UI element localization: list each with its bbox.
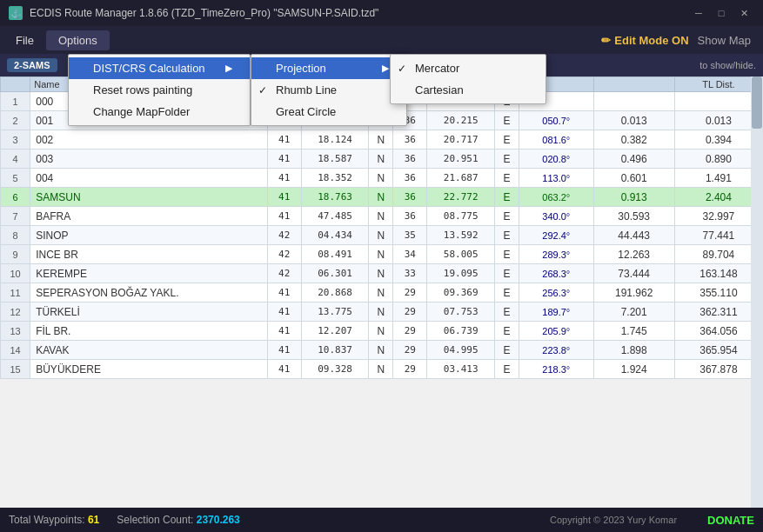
table-cell: 205.9° xyxy=(519,322,594,341)
table-cell: 29 xyxy=(393,341,427,360)
table-cell: 355.110 xyxy=(674,283,762,303)
table-cell: 58.005 xyxy=(427,245,495,264)
table-cell: 18.763 xyxy=(301,188,369,207)
table-cell: 03.413 xyxy=(427,360,495,379)
table-cell: 41 xyxy=(267,130,301,150)
table-cell: KEREMPE xyxy=(30,264,268,283)
mercator-item[interactable]: ✓ Mercator xyxy=(391,57,545,79)
table-cell: 73.444 xyxy=(593,264,674,283)
table-row[interactable]: 15BÜYÜKDERE4109.328N2903.413E218.3°1.924… xyxy=(1,360,763,379)
table-cell: 256.3° xyxy=(519,283,594,303)
table-cell: 12.263 xyxy=(593,245,674,264)
table-cell: SINOP xyxy=(30,226,268,245)
table-cell: 47.485 xyxy=(301,207,369,226)
waypoint-hint: to show/hide. xyxy=(699,60,756,70)
table-row[interactable]: 8SINOP4204.434N3513.592E292.4°44.44377.4… xyxy=(1,226,763,245)
table-row[interactable]: 7BAFRA4147.485N3608.775E340.0°30.59332.9… xyxy=(1,207,763,226)
projection-item[interactable]: Projection ▶ xyxy=(251,57,406,79)
table-row[interactable]: 30024118.124N3620.717E081.6°0.3820.394 xyxy=(1,130,763,150)
reset-rows-label: Reset rows painting xyxy=(93,83,192,96)
table-row[interactable]: 12TÜRKELİ4113.775N2907.753E189.7°7.20136… xyxy=(1,303,763,322)
table-cell: 34 xyxy=(393,245,427,264)
table-row[interactable]: 11SEPERASYON BOĞAZ YAKL.4120.868N2909.36… xyxy=(1,283,763,303)
app-icon: ⚓ xyxy=(9,6,23,20)
table-row[interactable]: 6SAMSUN4118.763N3622.772E063.2°0.9132.40… xyxy=(1,188,763,207)
edit-mode-button[interactable]: ✏ Edit Mode ON xyxy=(601,34,688,47)
reset-rows-item[interactable]: Reset rows painting xyxy=(69,79,250,101)
total-waypoints-label: Total Waypoints: xyxy=(9,514,85,526)
table-row[interactable]: 13FİL BR.4112.207N2906.739E205.9°1.74536… xyxy=(1,322,763,341)
projection-label: Projection xyxy=(276,62,326,75)
table-cell: BÜYÜKDERE xyxy=(30,360,268,379)
table-cell: 42 xyxy=(267,245,301,264)
table-row[interactable]: 40034118.587N3620.951E020.8°0.4960.890 xyxy=(1,150,763,169)
table-cell: BAFRA xyxy=(30,207,268,226)
table-cell: 36 xyxy=(393,188,427,207)
col-tldist: TL Dist. xyxy=(674,77,762,92)
table-cell: 32.997 xyxy=(674,207,762,226)
table-cell: 20.868 xyxy=(301,283,369,303)
table-cell: N xyxy=(369,360,393,379)
change-map-item[interactable]: Change MapFolder xyxy=(69,101,250,123)
scrollbar[interactable] xyxy=(751,76,763,508)
table-cell: 340.0° xyxy=(519,207,594,226)
close-button[interactable]: ✕ xyxy=(733,4,754,22)
total-waypoints-item: Total Waypoints: 61 xyxy=(9,514,99,526)
table-cell: FİL BR. xyxy=(30,322,268,341)
table-cell: 36 xyxy=(393,207,427,226)
minimize-button[interactable]: ─ xyxy=(688,4,709,22)
table-cell: 44.443 xyxy=(593,226,674,245)
col-dist1 xyxy=(593,77,674,92)
table-cell: E xyxy=(495,130,519,150)
copyright: Copyright © 2023 Yury Komar xyxy=(550,515,677,525)
table-cell: 050.7° xyxy=(519,111,594,130)
mercator-check: ✓ xyxy=(398,63,406,75)
table-cell: 191.962 xyxy=(593,283,674,303)
table-row[interactable]: 9INCE BR4208.491N3458.005E289.3°12.26389… xyxy=(1,245,763,264)
table-cell: 113.0° xyxy=(519,169,594,188)
table-cell: 4 xyxy=(1,150,30,169)
menu-bar: File Options ✏ Edit Mode ON Show Map xyxy=(0,26,763,54)
table-cell: 189.7° xyxy=(519,303,594,322)
table-cell: E xyxy=(495,207,519,226)
options-menu[interactable]: Options xyxy=(46,30,110,50)
cartesian-item[interactable]: Cartesian xyxy=(391,79,545,101)
table-cell: 42 xyxy=(267,264,301,283)
table-row[interactable]: 50044118.352N3621.687E113.0°0.6011.491 xyxy=(1,169,763,188)
table-cell: 41 xyxy=(267,150,301,169)
table-cell: 0.601 xyxy=(593,169,674,188)
table-cell: N xyxy=(369,245,393,264)
table-cell: 29 xyxy=(393,303,427,322)
rhumb-line-item[interactable]: ✓ Rhumb Line xyxy=(251,79,406,101)
table-cell: E xyxy=(495,264,519,283)
table-cell: E xyxy=(495,245,519,264)
table-cell: 2 xyxy=(1,111,30,130)
dist-crs-item[interactable]: DIST/CRS Calculation ▶ xyxy=(69,57,250,79)
table-cell: N xyxy=(369,188,393,207)
table-cell: 10 xyxy=(1,264,30,283)
donate-button[interactable]: DONATE xyxy=(707,514,754,527)
table-cell: 41 xyxy=(267,188,301,207)
window-controls: ─ □ ✕ xyxy=(688,4,754,22)
great-circle-item[interactable]: Great Circle xyxy=(251,101,406,123)
table-cell: INCE BR xyxy=(30,245,268,264)
maximize-button[interactable]: □ xyxy=(711,4,732,22)
app-name: ECDIS Route Manager 1.8.66 (TZD_TimeZero… xyxy=(30,7,271,19)
table-cell: 0.496 xyxy=(593,150,674,169)
table-row[interactable]: 14KAVAK4110.837N2904.995E223.8°1.898365.… xyxy=(1,341,763,360)
table-cell: N xyxy=(369,130,393,150)
table-cell: 364.056 xyxy=(674,322,762,341)
table-row[interactable]: 10KEREMPE4206.301N3319.095E268.3°73.4441… xyxy=(1,264,763,283)
col-num xyxy=(1,77,30,92)
file-menu[interactable]: File xyxy=(3,30,46,50)
table-cell: 36 xyxy=(393,130,427,150)
table-cell: N xyxy=(369,264,393,283)
options-dropdown[interactable]: DIST/CRS Calculation ▶ Reset rows painti… xyxy=(68,54,251,126)
scroll-thumb[interactable] xyxy=(752,76,762,129)
table-cell: N xyxy=(369,150,393,169)
table-cell: 7.201 xyxy=(593,303,674,322)
show-map-button[interactable]: Show Map xyxy=(698,34,751,47)
projection-submenu[interactable]: ✓ Mercator Cartesian xyxy=(390,54,546,104)
calc-submenu[interactable]: Projection ▶ ✓ Rhumb Line Great Circle xyxy=(251,54,407,126)
table-cell: 15 xyxy=(1,360,30,379)
